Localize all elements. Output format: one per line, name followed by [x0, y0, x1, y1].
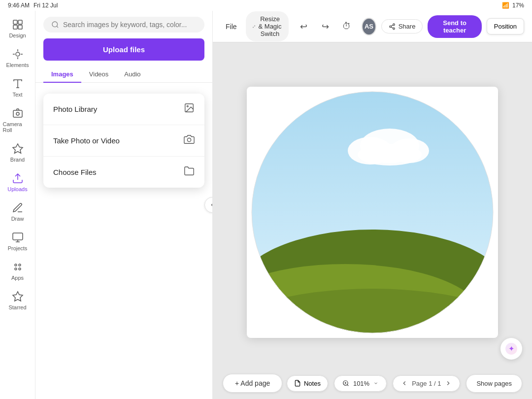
sidebar-item-camera-roll[interactable]: Camera Roll — [1, 103, 34, 137]
svg-point-15 — [52, 22, 58, 27]
date-display: Fri 12 Jul — [33, 2, 58, 9]
chevron-down-icon — [373, 381, 378, 386]
svg-rect-9 — [13, 233, 23, 240]
zoom-control[interactable]: 101% — [334, 375, 387, 392]
file-button[interactable]: File — [221, 20, 242, 33]
hide-panel-button[interactable] — [204, 197, 213, 213]
app-header: File Resize & Magic Switch ↩ ↪ ⏱ AS Shar… — [213, 11, 532, 42]
sidebar-item-projects-label: Projects — [8, 245, 28, 251]
sidebar-item-camera-roll-label: Camera Roll — [3, 121, 33, 133]
svg-rect-0 — [13, 20, 17, 24]
svg-point-4 — [16, 52, 20, 56]
next-page-icon[interactable] — [445, 380, 452, 387]
toolbar-icons: ↩ ↪ ⏱ — [295, 18, 356, 35]
svg-point-12 — [15, 268, 17, 270]
zoom-level: 101% — [353, 380, 369, 387]
scene-illustration — [247, 87, 498, 338]
notes-button[interactable]: Notes — [287, 375, 328, 392]
page-indicator: Page 1 / 1 — [393, 375, 460, 392]
svg-point-18 — [187, 138, 191, 141]
add-page-button[interactable]: + Add page — [223, 374, 282, 393]
photo-library-label: Photo Library — [53, 105, 97, 113]
resize-icon — [253, 23, 255, 30]
sidebar-item-draw-label: Draw — [11, 216, 24, 222]
search-input[interactable] — [63, 21, 197, 29]
timer-button[interactable]: ⏱ — [338, 18, 356, 35]
resize-magic-switch-button[interactable]: Resize & Magic Switch — [246, 11, 289, 41]
left-panel: Upload files Images Videos Audio Photo L… — [35, 11, 213, 399]
zoom-icon — [342, 380, 349, 387]
svg-text:✦: ✦ — [508, 344, 515, 353]
svg-line-24 — [391, 27, 393, 28]
wifi-icon: 📶 — [502, 2, 509, 9]
share-button[interactable]: Share — [381, 19, 423, 33]
sidebar-item-brand-label: Brand — [10, 157, 25, 163]
canvas-area: File Resize & Magic Switch ↩ ↪ ⏱ AS Shar… — [213, 11, 532, 399]
sidebar-item-starred-label: Starred — [8, 304, 26, 310]
upload-files-button[interactable]: Upload files — [43, 38, 204, 61]
choose-files-option[interactable]: Choose Files — [43, 157, 204, 188]
svg-marker-7 — [13, 144, 23, 153]
canva-assistant-button[interactable]: ✦ — [500, 338, 522, 360]
search-bar[interactable] — [43, 17, 204, 33]
page-info: Page 1 / 1 — [412, 380, 441, 387]
sidebar-item-starred[interactable]: Starred — [1, 287, 34, 314]
sidebar-item-apps-label: Apps — [11, 275, 24, 281]
show-pages-button[interactable]: Show pages — [466, 374, 522, 393]
take-photo-option[interactable]: Take Photo or Video — [43, 125, 204, 157]
redo-button[interactable]: ↪ — [316, 18, 334, 35]
sidebar-item-elements-label: Elements — [6, 62, 29, 68]
sidebar-item-elements[interactable]: Elements — [1, 44, 34, 72]
bottom-bar: + Add page Notes 101% Page 1 / 1 Show pa… — [213, 367, 532, 399]
status-bar: 9:46 AM Fri 12 Jul 📶 17% — [0, 0, 532, 11]
svg-rect-3 — [18, 25, 22, 29]
sidebar-item-text[interactable]: Text — [1, 74, 34, 101]
folder-icon — [184, 166, 195, 179]
canvas-page — [247, 87, 498, 338]
svg-line-19 — [254, 26, 255, 26]
tab-videos[interactable]: Videos — [81, 66, 117, 83]
sidebar-item-brand[interactable]: Brand — [1, 139, 34, 166]
svg-point-23 — [393, 28, 395, 30]
sidebar-item-uploads[interactable]: Uploads — [1, 168, 34, 196]
sidebar-item-design-label: Design — [9, 33, 26, 38]
undo-button[interactable]: ↩ — [295, 18, 312, 35]
svg-line-20 — [253, 27, 253, 27]
share-label: Share — [399, 23, 416, 30]
svg-marker-14 — [13, 292, 23, 301]
assistant-icon: ✦ — [505, 342, 518, 355]
svg-line-25 — [391, 25, 393, 26]
svg-point-17 — [187, 105, 188, 107]
svg-point-10 — [15, 264, 17, 266]
svg-point-22 — [389, 26, 391, 28]
time-display: 9:46 AM — [8, 2, 30, 9]
svg-point-11 — [19, 264, 21, 266]
camera-icon — [184, 134, 195, 147]
sidebar-item-draw[interactable]: Draw — [1, 198, 34, 226]
sidebar-item-text-label: Text — [12, 92, 22, 98]
tab-audio[interactable]: Audio — [116, 66, 148, 83]
share-icon — [389, 23, 396, 30]
upload-dropdown: Photo Library Take Photo or Video Choose… — [43, 94, 204, 188]
bottom-right-controls: Notes 101% Page 1 / 1 Show pages — [287, 374, 522, 393]
svg-rect-2 — [13, 25, 17, 29]
tabs-row: Images Videos Audio — [35, 66, 212, 83]
search-icon — [51, 21, 59, 29]
sidebar-item-projects[interactable]: Projects — [1, 228, 34, 255]
prev-page-icon[interactable] — [401, 380, 408, 387]
sidebar-item-design[interactable]: Design — [1, 15, 34, 42]
svg-point-21 — [393, 24, 395, 26]
svg-point-31 — [358, 144, 422, 166]
svg-point-34 — [247, 289, 498, 338]
sidebar-item-apps[interactable]: Apps — [1, 257, 34, 285]
battery-display: 17% — [512, 2, 524, 9]
tab-images[interactable]: Images — [43, 66, 81, 83]
svg-rect-5 — [13, 110, 22, 117]
take-photo-label: Take Photo or Video — [53, 136, 120, 145]
send-to-teacher-button[interactable]: Send to teacher — [428, 15, 481, 38]
svg-line-39 — [347, 385, 349, 386]
photo-library-option[interactable]: Photo Library — [43, 94, 204, 125]
position-button[interactable]: Position — [487, 18, 524, 34]
avatar[interactable]: AS — [362, 18, 376, 35]
svg-rect-1 — [18, 20, 22, 24]
